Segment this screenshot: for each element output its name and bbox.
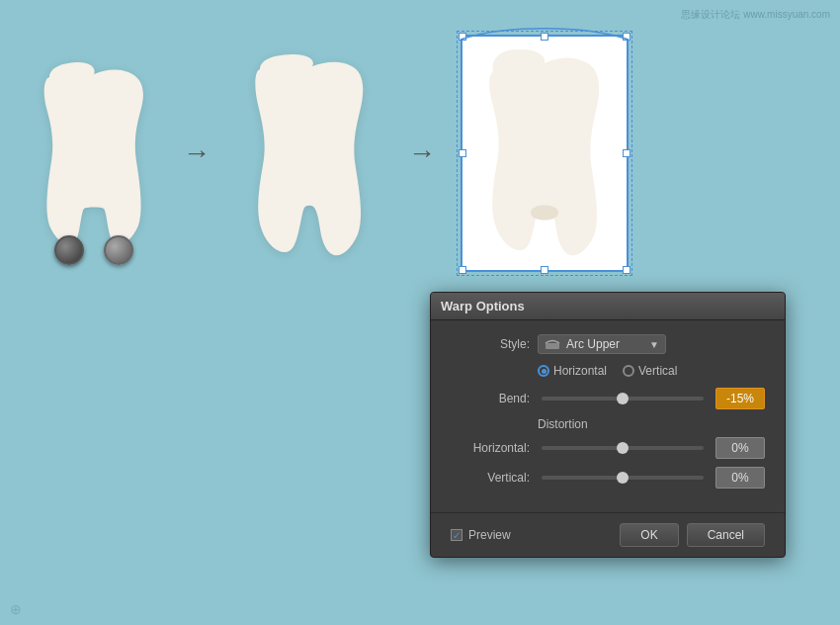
handle-bm[interactable] bbox=[541, 266, 548, 274]
bend-slider-thumb[interactable] bbox=[617, 393, 629, 404]
bend-row: Bend: bbox=[451, 388, 765, 409]
v-distortion-row: Vertical: bbox=[451, 467, 765, 489]
tooth-1 bbox=[30, 62, 158, 260]
orientation-group: Horizontal Vertical bbox=[538, 364, 765, 378]
tooth-3 bbox=[475, 49, 614, 257]
h-distortion-label: Horizontal: bbox=[451, 441, 530, 455]
tooth-2 bbox=[235, 54, 383, 272]
h-distortion-slider-container bbox=[538, 446, 708, 450]
tooth-group-1 bbox=[30, 62, 158, 265]
v-distortion-track[interactable] bbox=[542, 476, 704, 480]
style-dropdown[interactable]: Arc Upper ▼ bbox=[538, 334, 666, 354]
handle-tm[interactable] bbox=[541, 33, 548, 41]
handle-tl[interactable] bbox=[459, 33, 466, 41]
h-distortion-row: Horizontal: bbox=[451, 437, 765, 459]
cancel-button[interactable]: Cancel bbox=[687, 523, 765, 547]
horizontal-label: Horizontal bbox=[553, 364, 607, 378]
handle-ml[interactable] bbox=[459, 149, 466, 157]
ok-button[interactable]: OK bbox=[620, 523, 678, 547]
style-value: Arc Upper bbox=[566, 337, 645, 351]
horizontal-radio-circle[interactable] bbox=[538, 365, 549, 377]
preview-checkbox[interactable]: ✓ bbox=[451, 529, 462, 541]
horizontal-radio[interactable]: Horizontal bbox=[538, 364, 607, 378]
dialog-title: Warp Options bbox=[441, 299, 525, 313]
arrow-2: → bbox=[408, 137, 436, 169]
button-group: OK Cancel bbox=[620, 523, 765, 547]
handle-tr[interactable] bbox=[623, 33, 630, 41]
v-distortion-label: Vertical: bbox=[451, 471, 530, 485]
handle-br[interactable] bbox=[623, 266, 630, 274]
tooth-group-2 bbox=[235, 54, 383, 272]
handle-mr[interactable] bbox=[623, 149, 630, 157]
warp-options-dialog: Warp Options Style: Arc Upper ▼ Horizont… bbox=[430, 292, 786, 558]
distortion-section: Distortion bbox=[451, 417, 765, 431]
style-label: Style: bbox=[451, 337, 530, 351]
bend-slider-track[interactable] bbox=[542, 397, 704, 401]
vertical-radio-circle[interactable] bbox=[623, 365, 634, 377]
vertical-label: Vertical bbox=[638, 364, 677, 378]
preview-label: Preview bbox=[468, 528, 511, 542]
dialog-titlebar: Warp Options bbox=[431, 293, 785, 320]
tooth-box-container bbox=[461, 35, 629, 272]
bend-label: Bend: bbox=[451, 392, 530, 405]
h-distortion-track[interactable] bbox=[542, 446, 704, 450]
v-distortion-input[interactable] bbox=[715, 467, 765, 489]
bend-value-input[interactable] bbox=[715, 388, 765, 409]
h-distortion-thumb[interactable] bbox=[617, 442, 629, 454]
arrow-1: → bbox=[183, 137, 210, 169]
style-row: Style: Arc Upper ▼ bbox=[451, 334, 765, 354]
watermark: 思缘设计论坛 www.missyuan.com bbox=[681, 8, 830, 22]
tooth-selection-box bbox=[461, 35, 629, 272]
circle-button-2[interactable] bbox=[104, 235, 133, 265]
dropdown-arrow: ▼ bbox=[649, 339, 659, 350]
preview-check: ✓ Preview bbox=[451, 528, 511, 542]
dialog-footer: ✓ Preview OK Cancel bbox=[431, 512, 785, 557]
logo: ⊕ bbox=[10, 601, 22, 617]
v-distortion-thumb[interactable] bbox=[617, 472, 629, 484]
dialog-body: Style: Arc Upper ▼ Horizontal Vertical bbox=[431, 320, 785, 512]
vertical-radio[interactable]: Vertical bbox=[623, 364, 677, 378]
arc-upper-icon bbox=[545, 338, 560, 350]
svg-rect-0 bbox=[546, 343, 559, 349]
bend-slider-container bbox=[538, 397, 708, 401]
distortion-title: Distortion bbox=[538, 417, 765, 431]
teeth-area: → → bbox=[30, 20, 583, 307]
v-distortion-slider-container bbox=[538, 476, 708, 480]
h-distortion-input[interactable] bbox=[715, 437, 765, 459]
circle-button-1[interactable] bbox=[54, 235, 84, 265]
handle-bl[interactable] bbox=[459, 266, 466, 274]
